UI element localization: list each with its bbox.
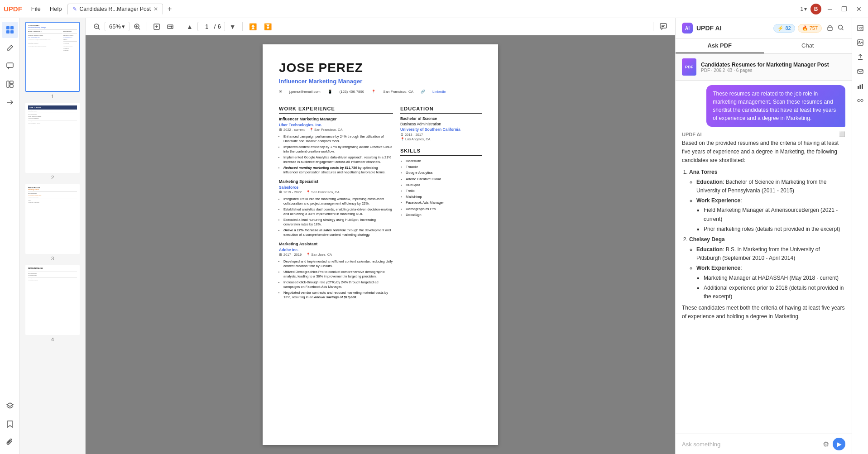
ai-user-message: These resumes are related to the job rol…: [706, 85, 845, 127]
ai-tab-ask-pdf[interactable]: Ask PDF: [676, 38, 764, 53]
job-3-period: 🗓 2017 - 2019: [279, 253, 302, 258]
right-export-btn[interactable]: XCF: [854, 22, 867, 34]
maximize-button[interactable]: ❐: [839, 4, 850, 14]
svg-line-14: [139, 28, 140, 29]
sidebar-edit-btn[interactable]: [2, 40, 18, 56]
candidate-2-work-1: Marketing Manager at HADASSAH (May 2018 …: [704, 274, 845, 282]
active-tab[interactable]: ✎ Candidates R...Manager Post ✕: [67, 4, 163, 14]
skill-item: Trello: [406, 188, 482, 193]
thumbnail-img-4[interactable]: GARCIA MAGDALENA Career Objective Work E…: [25, 265, 80, 335]
tab-close-icon[interactable]: ✕: [153, 6, 158, 12]
thumbnail-img-1[interactable]: JOSE PEREZ Influencer Marketing Manager …: [25, 22, 80, 92]
zoom-in-button[interactable]: [131, 22, 143, 32]
skill-item: Google Analytics: [406, 170, 482, 175]
first-page-button[interactable]: ⏫: [246, 21, 259, 32]
svg-point-26: [858, 41, 860, 43]
toolbar-sep-3: [242, 22, 243, 31]
right-link-btn[interactable]: [854, 94, 867, 107]
resume-location: San Francisco, CA: [383, 89, 413, 94]
ai-settings-icon-btn[interactable]: ⚙: [823, 440, 829, 449]
toolbar-sep-4: [653, 22, 653, 31]
page-nav: / 6: [197, 22, 225, 31]
ai-panel-title: UPDF AI: [696, 24, 770, 32]
user-avatar[interactable]: B: [810, 4, 821, 14]
resume-email-icon: ✉: [279, 89, 282, 94]
candidate-1-edu: Education: Bachelor of Science in Market…: [696, 178, 845, 195]
comment-button[interactable]: [657, 21, 670, 32]
help-menu[interactable]: Help: [46, 4, 66, 14]
topbar-right: 1 ▾ B ─ ❐ ✕: [800, 4, 864, 14]
ai-response-header: UPDF AI ⬜: [682, 131, 845, 137]
resume-title: Influencer Marketing Manager: [279, 77, 482, 86]
file-menu[interactable]: File: [28, 4, 44, 14]
skill-item: Demographics Pro: [406, 206, 482, 211]
svg-point-21: [839, 25, 843, 29]
zoom-out-button[interactable]: [91, 22, 103, 32]
bullet: Improved content efficiency by 17% by in…: [283, 145, 393, 154]
job-1-meta: 🗓 2022 - current 📍 San Francisco, CA: [279, 128, 393, 133]
job-3-bullets: Developed and implemented an efficient c…: [279, 259, 393, 300]
ai-chat-area[interactable]: These resumes are related to the job rol…: [676, 81, 852, 434]
job-2-meta: 🗓 2019 - 2022 📍 San Francisco, CA: [279, 190, 393, 195]
ai-file-info: Candidates Resumes for Marketing Manager…: [701, 62, 829, 73]
resume-linkedin[interactable]: LinkedIn: [432, 89, 446, 94]
edu-year: 🗓 2013 - 2017: [400, 133, 482, 138]
resume-two-col: WORK EXPERIENCE Influencer Marketing Man…: [279, 100, 482, 301]
ai-tab-chat[interactable]: Chat: [764, 38, 852, 53]
next-page-button[interactable]: ▼: [227, 21, 239, 32]
bullet: Executed a lead nurturing strategy using…: [283, 218, 393, 227]
minimize-button[interactable]: ─: [825, 4, 835, 14]
sidebar-convert-btn[interactable]: [2, 94, 18, 110]
ai-copy-icon[interactable]: ⬜: [839, 131, 845, 137]
ai-search-icon-btn[interactable]: [836, 23, 845, 33]
sidebar-paperclip-btn[interactable]: [2, 434, 18, 450]
fit-page-button[interactable]: [151, 22, 163, 32]
resume-education: Bachelor of Science Business Administrat…: [400, 116, 482, 142]
thumbnail-3[interactable]: Hanna Kasick Marketing Director Work Exp…: [24, 184, 82, 261]
job-1-location: 📍 San Francisco, CA: [309, 128, 343, 133]
job-1-company: Uber Technologies, Inc.: [279, 123, 393, 128]
thumbnail-2-num: 2: [51, 175, 54, 180]
sidebar-comment-btn[interactable]: [2, 58, 18, 74]
prev-page-button[interactable]: ▲: [184, 21, 196, 32]
ai-response-closing: These candidates meet both the criteria …: [682, 304, 845, 321]
thumbnail-1[interactable]: JOSE PEREZ Influencer Marketing Manager …: [24, 22, 82, 99]
fit-width-button[interactable]: [164, 22, 176, 32]
tab-icon: ✎: [72, 6, 77, 12]
sidebar-thumbnails-btn[interactable]: [2, 22, 18, 38]
sidebar-layers-btn[interactable]: [2, 398, 18, 414]
toolbar: 65% ▾ ▲ / 6 ▼ ⏫ ⏬: [86, 18, 675, 35]
last-page-button[interactable]: ⏬: [261, 21, 274, 32]
thumbnail-4[interactable]: GARCIA MAGDALENA Career Objective Work E…: [24, 265, 82, 342]
right-chart-btn[interactable]: [854, 80, 867, 92]
resume-email: j.perez@email.com: [289, 89, 321, 94]
right-mail-btn[interactable]: [854, 65, 867, 78]
resume-linkedin-icon: 🔗: [421, 89, 425, 94]
ai-input-field[interactable]: [682, 441, 819, 448]
close-button[interactable]: ✕: [854, 4, 864, 14]
zoom-display[interactable]: 65% ▾: [105, 22, 129, 31]
sidebar-organize-btn[interactable]: [2, 76, 18, 92]
svg-rect-20: [828, 27, 832, 30]
thumbnail-2[interactable]: ANA TORRES Marketing Director Work Exper…: [24, 103, 82, 180]
thumbnail-img-2[interactable]: ANA TORRES Marketing Director Work Exper…: [25, 103, 80, 173]
sidebar-bookmark-btn[interactable]: [2, 416, 18, 432]
pdf-area[interactable]: JOSE PEREZ Influencer Marketing Manager …: [86, 35, 675, 454]
resume-left-col: WORK EXPERIENCE Influencer Marketing Man…: [279, 100, 393, 301]
candidate-1-name: Ana Torres: [689, 169, 717, 175]
bullet: Integrated Trello into the marketing wor…: [283, 197, 393, 206]
ai-panel: AI UPDF AI ⚡ 82 🔥 757: [675, 18, 852, 454]
badge-orange-num: 757: [810, 25, 818, 31]
bullet: Enhanced campaign performance by 24% thr…: [283, 134, 393, 144]
right-sidebar: XCF: [852, 18, 868, 454]
page-input[interactable]: [201, 23, 212, 30]
ai-lock-icon-btn[interactable]: [825, 23, 834, 33]
right-upload-btn[interactable]: [854, 51, 867, 63]
ai-send-button[interactable]: ▶: [833, 438, 845, 450]
page-total-display: 6: [217, 23, 221, 30]
thumbnail-img-3[interactable]: Hanna Kasick Marketing Director Work Exp…: [25, 184, 80, 254]
tab-add-button[interactable]: +: [165, 5, 174, 13]
candidate-2-item: Chelsey Dega Education: B.S. in Marketin…: [689, 235, 845, 301]
right-image-btn[interactable]: [854, 36, 867, 49]
left-sidebar: [0, 18, 20, 454]
